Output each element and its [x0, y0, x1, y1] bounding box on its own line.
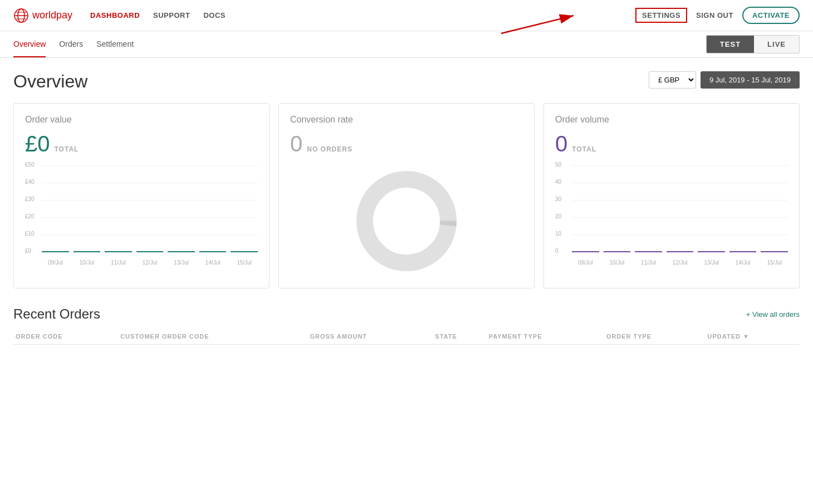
order-value-title: Order value	[25, 115, 258, 125]
cards-row: Order value £0 TOTAL £50 £40 £30 £20 £10…	[13, 103, 800, 288]
main-content: Overview £ GBP 9 Jul, 2019 - 15 Jul, 201…	[0, 58, 813, 358]
nav-right: SETTINGS SIGN OUT ACTIVATE	[635, 7, 800, 24]
order-volume-sublabel: TOTAL	[572, 145, 596, 153]
signout-button[interactable]: SIGN OUT	[696, 11, 733, 19]
date-range-button[interactable]: 9 Jul, 2019 - 15 Jul, 2019	[701, 71, 800, 89]
orders-table-header-row: ORDER CODE CUSTOMER ORDER CODE GROSS AMO…	[13, 329, 800, 345]
subnav-settlement[interactable]: Settlement	[96, 32, 134, 57]
col-payment-type: PAYMENT TYPE	[487, 329, 604, 345]
conversion-rate-sublabel: NO ORDERS	[307, 145, 352, 153]
conversion-rate-title: Conversion rate	[290, 115, 523, 125]
conversion-rate-chart	[290, 165, 523, 277]
conversion-rate-value: 0	[290, 131, 302, 156]
settings-button[interactable]: SETTINGS	[635, 8, 687, 23]
order-volume-row: 0 TOTAL	[555, 131, 788, 156]
live-mode-button[interactable]: LIVE	[754, 36, 799, 53]
nav-support[interactable]: SUPPORT	[153, 11, 190, 19]
order-volume-card: Order volume 0 TOTAL 50 40 30 20 10 0	[543, 103, 800, 288]
top-nav: worldpay DASHBOARD SUPPORT DOCS SETTINGS…	[0, 0, 813, 31]
page-title: Overview	[13, 71, 87, 92]
sub-nav-links: Overview Orders Settlement	[13, 32, 134, 57]
order-value-card: Order value £0 TOTAL £50 £40 £30 £20 £10…	[13, 103, 270, 288]
logo-text: worldpay	[32, 9, 72, 21]
orders-table: ORDER CODE CUSTOMER ORDER CODE GROSS AMO…	[13, 329, 800, 345]
recent-orders-title: Recent Orders	[13, 306, 100, 322]
order-value-amount: £0	[25, 131, 50, 156]
subnav-overview[interactable]: Overview	[13, 32, 46, 57]
nav-docs[interactable]: DOCS	[203, 11, 226, 19]
overview-controls: £ GBP 9 Jul, 2019 - 15 Jul, 2019	[649, 71, 800, 89]
overview-header: Overview £ GBP 9 Jul, 2019 - 15 Jul, 201…	[13, 71, 800, 92]
sort-arrow-icon: ▼	[743, 333, 750, 340]
nav-dashboard[interactable]: DASHBOARD	[90, 11, 140, 19]
order-volume-bars	[572, 165, 788, 252]
orders-table-head: ORDER CODE CUSTOMER ORDER CODE GROSS AMO…	[13, 329, 800, 345]
order-volume-value: 0	[555, 131, 567, 156]
col-updated: UPDATED ▼	[706, 329, 800, 345]
currency-select[interactable]: £ GBP	[649, 71, 696, 89]
recent-orders-header: Recent Orders + View all orders	[13, 306, 800, 322]
conversion-rate-card: Conversion rate 0 NO ORDERS	[278, 103, 535, 288]
order-volume-chart: 50 40 30 20 10 0 09/Jul	[555, 165, 788, 266]
subnav-orders[interactable]: Orders	[59, 32, 83, 57]
svg-point-7	[365, 179, 448, 263]
order-value-chart: £50 £40 £30 £20 £10 £0 09/J	[25, 165, 258, 266]
logo: worldpay	[13, 8, 72, 23]
nav-links: DASHBOARD SUPPORT DOCS	[90, 11, 635, 19]
col-state: STATE	[433, 329, 486, 345]
test-mode-button[interactable]: TEST	[707, 36, 754, 53]
order-volume-title: Order volume	[555, 115, 788, 125]
order-value-x-labels: 09/Jul 10/Jul 11/Jul 12/Jul 13/Jul 14/Ju…	[42, 260, 258, 266]
col-gross-amount: GROSS AMOUNT	[307, 329, 433, 345]
test-live-toggle: TEST LIVE	[706, 35, 800, 53]
sub-nav: Overview Orders Settlement TEST LIVE	[0, 31, 813, 58]
logo-globe-icon	[13, 8, 29, 23]
order-value-sublabel: TOTAL	[55, 145, 79, 153]
activate-button[interactable]: ACTIVATE	[742, 7, 800, 24]
col-order-code: ORDER CODE	[13, 329, 118, 345]
order-value-bars	[42, 165, 258, 252]
col-customer-order-code: CUSTOMER ORDER CODE	[118, 329, 307, 345]
conversion-rate-row: 0 NO ORDERS	[290, 131, 523, 156]
col-order-type: ORDER TYPE	[604, 329, 706, 345]
view-all-orders-link[interactable]: + View all orders	[746, 310, 800, 319]
donut-svg	[351, 165, 462, 277]
order-volume-x-labels: 09/Jul 10/Jul 11/Jul 12/Jul 13/Jul 14/Ju…	[572, 260, 788, 266]
order-value-row: £0 TOTAL	[25, 131, 258, 156]
